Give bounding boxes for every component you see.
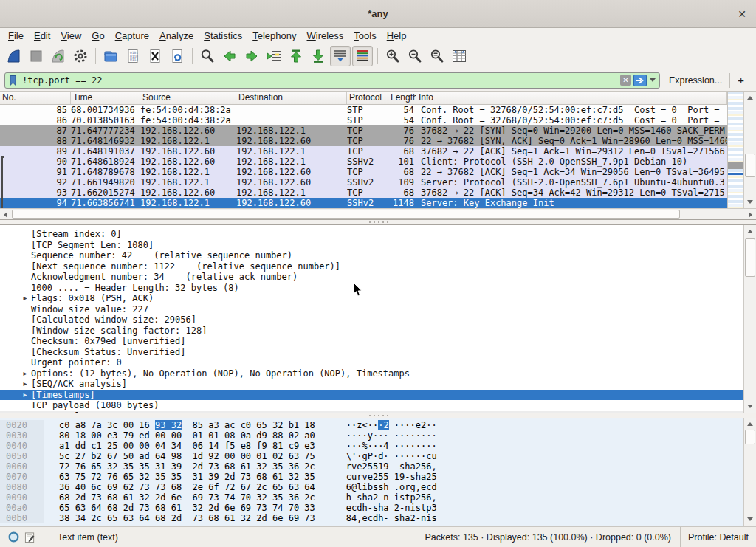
column-header-info[interactable]: Info — [416, 92, 727, 104]
detail-line[interactable]: ▾SSH Protocol — [0, 411, 743, 413]
go-first-button[interactable] — [286, 46, 306, 66]
hex-row[interactable]: 00a065 63 64 68 2d 73 68 61 32 2d 6e 69 … — [0, 503, 743, 513]
display-filter-text[interactable]: !tcp.port == 22 — [22, 75, 620, 86]
go-to-packet-button[interactable] — [264, 46, 284, 66]
packet-list-scroll-thumb[interactable] — [745, 154, 755, 177]
filter-history-dropdown[interactable] — [648, 74, 658, 87]
menu-item-statistics[interactable]: Statistics — [199, 30, 247, 42]
start-capture-button[interactable] — [4, 46, 24, 66]
save-file-button[interactable]: 010101100113 — [123, 46, 143, 66]
packet-row[interactable]: 8871.648146932192.168.122.1192.168.122.6… — [0, 136, 727, 146]
expander-icon[interactable]: ▸ — [19, 293, 31, 304]
scroll-down-icon[interactable] — [747, 200, 753, 204]
detail-line[interactable]: Window size value: 227 — [0, 304, 743, 315]
resize-columns-button[interactable] — [449, 46, 470, 66]
hex-row[interactable]: 003080 18 00 e3 79 ed 00 00 01 01 08 0a … — [0, 430, 743, 441]
menu-item-capture[interactable]: Capture — [110, 30, 154, 42]
filter-apply-icon[interactable] — [633, 75, 647, 86]
packet-list-scrollbar[interactable] — [743, 92, 756, 208]
expander-icon[interactable]: ▾ — [4, 411, 16, 413]
detail-line[interactable]: Checksum: 0x79ed [unverified] — [0, 336, 743, 347]
go-forward-button[interactable] — [241, 46, 262, 66]
open-file-button[interactable] — [100, 46, 121, 66]
zoom-in-button[interactable] — [382, 46, 403, 66]
menu-item-analyze[interactable]: Analyze — [154, 30, 199, 42]
scroll-right-icon[interactable] — [749, 212, 752, 218]
detail-line[interactable]: TCP payload (1080 bytes) — [0, 400, 743, 411]
packet-row[interactable]: 8771.647777234192.168.122.60192.168.122.… — [0, 125, 727, 136]
restart-capture-button[interactable] — [48, 46, 69, 66]
hex-row[interactable]: 009068 2d 73 68 61 32 2d 6e 69 73 74 70 … — [0, 492, 743, 503]
pane-splitter-top[interactable] — [0, 220, 756, 224]
expander-icon[interactable]: ▸ — [19, 390, 31, 401]
packet-row[interactable]: 9171.648789678192.168.122.1192.168.122.6… — [0, 167, 727, 177]
menu-item-wireless[interactable]: Wireless — [302, 30, 349, 42]
column-header-protocol[interactable]: Protocol — [347, 92, 388, 104]
packet-list-hscrollbar[interactable] — [0, 208, 756, 219]
menu-item-telephony[interactable]: Telephony — [247, 30, 301, 42]
scroll-left-icon[interactable] — [4, 212, 7, 218]
scroll-down-icon[interactable] — [747, 517, 753, 521]
zoom-out-button[interactable] — [405, 46, 425, 66]
column-header-no[interactable]: No. — [0, 92, 71, 104]
detail-line[interactable]: ▸[Timestamps] — [0, 390, 743, 401]
packet-row[interactable]: 9471.663856741192.168.122.1192.168.122.6… — [0, 198, 727, 208]
detail-line[interactable]: Acknowledgment number: 34 (relative ack … — [0, 272, 743, 283]
packet-row[interactable]: 8568.001734936fe:54:00:d4:38:2aSTP54Conf… — [0, 105, 727, 115]
detail-line[interactable]: 1000 .... = Header Length: 32 bytes (8) — [0, 283, 743, 294]
hex-row[interactable]: 007063 75 72 76 65 32 35 35 31 39 2d 73 … — [0, 472, 743, 482]
capture-options-button[interactable] — [70, 46, 91, 66]
reload-file-button[interactable] — [167, 46, 188, 66]
hex-row[interactable]: 0040a1 dd c1 25 00 00 04 34 06 14 f5 e8 … — [0, 441, 743, 451]
column-header-time[interactable]: Time — [71, 92, 140, 104]
packet-list-minimap[interactable] — [727, 92, 743, 208]
detail-line[interactable]: [Calculated window size: 29056] — [0, 314, 743, 326]
menu-item-edit[interactable]: Edit — [29, 30, 55, 42]
detail-line[interactable]: [Window size scaling factor: 128] — [0, 326, 743, 337]
status-profile[interactable]: Profile: Default — [680, 527, 756, 547]
packet-row[interactable]: 8670.013850163fe:54:00:d4:38:2aSTP54Conf… — [0, 115, 727, 125]
bytes-scrollbar[interactable] — [743, 418, 756, 526]
packet-row[interactable]: 9071.648618924192.168.122.60192.168.122.… — [0, 156, 727, 167]
detail-line[interactable]: [Stream index: 0] — [0, 229, 743, 240]
pane-splitter-bottom[interactable] — [0, 413, 756, 418]
capture-comment-icon[interactable] — [24, 531, 35, 543]
packet-row[interactable]: 9371.662015274192.168.122.60192.168.122.… — [0, 188, 727, 198]
menu-item-help[interactable]: Help — [382, 30, 412, 42]
scroll-down-icon[interactable] — [747, 405, 753, 408]
zoom-original-button[interactable] — [427, 46, 447, 66]
column-header-length[interactable]: Length — [388, 92, 416, 104]
hex-row[interactable]: 006072 76 65 32 35 35 31 39 2d 73 68 61 … — [0, 461, 743, 472]
menu-item-view[interactable]: View — [55, 30, 86, 42]
expression-button[interactable]: Expression... — [669, 75, 722, 86]
hex-row[interactable]: 00505c 27 b2 67 50 ad 64 98 1d 92 00 00 … — [0, 451, 743, 461]
find-packet-button[interactable] — [197, 46, 218, 66]
detail-line[interactable]: [TCP Segment Len: 1080] — [0, 240, 743, 251]
detail-line[interactable]: ▸Flags: 0x018 (PSH, ACK) — [0, 293, 743, 304]
hex-row[interactable]: 00b038 34 2c 65 63 64 68 2d 73 68 61 32 … — [0, 513, 743, 523]
go-back-button[interactable] — [219, 46, 240, 66]
detail-line[interactable]: [Checksum Status: Unverified] — [0, 347, 743, 358]
detail-line[interactable]: Urgent pointer: 0 — [0, 357, 743, 368]
detail-line[interactable]: [Next sequence number: 1122 (relative se… — [0, 261, 743, 272]
column-header-destination[interactable]: Destination — [236, 92, 347, 104]
packet-list-hscroll-thumb[interactable] — [12, 210, 680, 219]
hex-row[interactable]: 0020c0 a8 7a 3c 00 16 93 32 85 a3 ac c0 … — [0, 420, 743, 430]
packet-row[interactable]: 8971.648191037192.168.122.60192.168.122.… — [0, 146, 727, 156]
expert-info-icon[interactable] — [7, 531, 20, 543]
close-file-button[interactable] — [145, 46, 165, 66]
colorize-button[interactable] — [352, 46, 373, 66]
filter-bookmark-icon[interactable] — [7, 75, 19, 86]
hex-row[interactable]: 008036 40 6c 69 62 73 73 68 2e 6f 72 67 … — [0, 482, 743, 492]
scroll-up-icon[interactable] — [747, 230, 753, 233]
bytes-scroll-thumb[interactable] — [745, 430, 755, 444]
filter-clear-icon[interactable]: ✕ — [620, 75, 631, 86]
details-scroll-thumb[interactable] — [745, 238, 755, 277]
packet-row[interactable]: 9271.661949820192.168.122.1192.168.122.6… — [0, 177, 727, 188]
menu-item-file[interactable]: File — [3, 30, 29, 42]
stop-capture-button[interactable] — [26, 46, 47, 66]
detail-line[interactable]: Sequence number: 42 (relative sequence n… — [0, 250, 743, 261]
detail-line[interactable]: ▸[SEQ/ACK analysis] — [0, 379, 743, 390]
scroll-up-icon[interactable] — [747, 422, 753, 426]
column-header-source[interactable]: Source — [140, 92, 236, 104]
